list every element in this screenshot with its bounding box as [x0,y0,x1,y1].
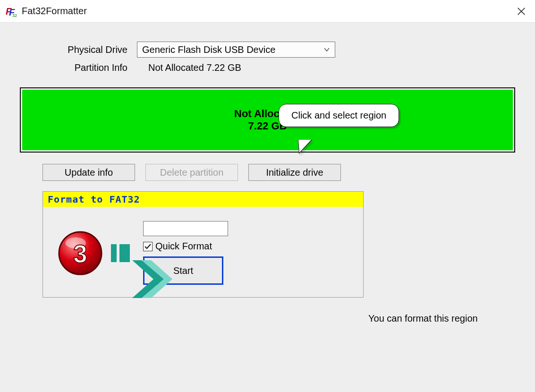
app-icon: F F 32 [6,5,18,17]
quick-format-label: Quick Format [155,241,212,252]
initialize-drive-button[interactable]: Initialize drive [248,164,341,181]
content-area: Physical Drive Generic Flash Disk USB De… [0,23,535,312]
volume-label-input[interactable] [143,221,228,236]
svg-marker-6 [132,260,164,298]
title-bar: F F 32 Fat32Formatter [0,0,535,23]
format-hint: You can format this region [368,313,478,324]
partition-map: Not Allocated 7.22 GB [20,87,515,153]
close-button[interactable] [512,2,530,20]
number-3-badge-icon: 3 [57,230,103,276]
partition-info-value: Not Allocated 7.22 GB [137,62,241,73]
physical-drive-select[interactable]: Generic Flash Disk USB Device [137,42,335,58]
format-panel: Format to FAT32 3 [42,191,364,298]
delete-partition-button: Delete partition [145,164,238,181]
arrow-icon [111,244,133,262]
hint-callout: Click and select region [279,104,399,127]
callout-text: Click and select region [291,110,386,120]
partition-region[interactable]: Not Allocated 7.22 GB [22,90,513,150]
svg-text:32: 32 [12,13,17,17]
svg-text:3: 3 [73,239,87,267]
quick-format-checkbox[interactable] [143,242,153,251]
chevron-down-icon [323,44,330,55]
physical-drive-selected: Generic Flash Disk USB Device [142,44,275,55]
format-panel-title: Format to FAT32 [43,192,363,207]
update-info-button[interactable]: Update info [42,164,135,181]
partition-info-label: Partition Info [14,62,137,73]
physical-drive-label: Physical Drive [14,44,137,55]
window-title: Fat32Formatter [22,6,87,17]
